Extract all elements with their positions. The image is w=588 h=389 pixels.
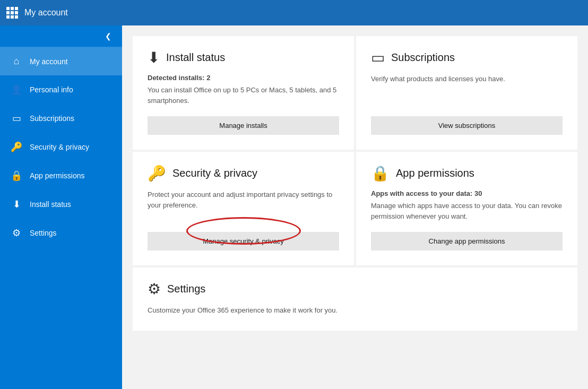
settings-desc: Customize your Office 365 experience to …	[148, 305, 563, 316]
sidebar-label-app-permissions: App permissions	[30, 171, 85, 180]
sidebar-item-subscriptions[interactable]: ▭ Subscriptions	[0, 104, 122, 133]
install-status-subtitle: Detected installs: 2	[148, 74, 339, 82]
sidebar-label-my-account: My account	[30, 57, 68, 66]
install-status-card-icon: ⬇	[148, 49, 160, 66]
settings-card-icon: ⚙	[148, 280, 161, 298]
app-permissions-subtitle: Apps with access to your data: 30	[371, 189, 563, 197]
change-app-permissions-button[interactable]: Change app permissions	[371, 232, 563, 250]
install-status-card-title: Install status	[166, 51, 225, 64]
download-icon: ⬇	[11, 198, 22, 210]
grid-menu-icon[interactable]	[6, 7, 18, 19]
settings-section: ⚙ Settings Customize your Office 365 exp…	[133, 267, 577, 331]
security-privacy-card: 🔑 Security & privacy Protect your accoun…	[133, 152, 354, 265]
sidebar: ❮ ⌂ My account 👤 Personal info ▭ Subscri…	[0, 25, 122, 389]
sidebar-label-subscriptions: Subscriptions	[30, 114, 74, 123]
topbar: My account	[0, 0, 588, 25]
layout: ❮ ⌂ My account 👤 Personal info ▭ Subscri…	[0, 25, 588, 389]
sidebar-label-security-privacy: Security & privacy	[30, 143, 89, 151]
sidebar-label-install-status: Install status	[30, 200, 71, 209]
manage-installs-button[interactable]: Manage installs	[148, 116, 339, 135]
sidebar-item-my-account[interactable]: ⌂ My account	[0, 47, 122, 75]
security-privacy-desc: Protect your account and adjust importan…	[148, 189, 339, 221]
settings-header: ⚙ Settings	[148, 280, 563, 298]
install-status-desc: You can install Office on up to 5 PCs or…	[148, 85, 339, 106]
key-icon: 🔑	[11, 141, 22, 153]
lock-icon: 🔒	[11, 170, 22, 181]
cards-grid: ⬇ Install status Detected installs: 2 Yo…	[133, 36, 577, 265]
security-privacy-card-title: Security & privacy	[172, 167, 257, 179]
sidebar-collapse-area: ❮	[0, 25, 122, 47]
person-icon: 👤	[11, 84, 22, 96]
subscriptions-desc: Verify what products and licenses you ha…	[371, 74, 563, 106]
sidebar-item-security-privacy[interactable]: 🔑 Security & privacy	[0, 133, 122, 161]
subscriptions-card-icon: ▭	[371, 49, 385, 66]
security-privacy-header: 🔑 Security & privacy	[148, 165, 339, 182]
app-permissions-desc: Manage which apps have access to your da…	[371, 201, 563, 221]
sidebar-item-personal-info[interactable]: 👤 Personal info	[0, 75, 122, 104]
sidebar-item-settings[interactable]: ⚙ Settings	[0, 219, 122, 247]
collapse-button[interactable]: ❮	[101, 30, 116, 42]
sidebar-label-settings: Settings	[30, 229, 57, 237]
install-status-card: ⬇ Install status Detected installs: 2 Yo…	[133, 36, 354, 150]
subscriptions-card: ▭ Subscriptions Verify what products and…	[356, 36, 577, 150]
sidebar-item-app-permissions[interactable]: 🔒 App permissions	[0, 161, 122, 190]
manage-security-privacy-button[interactable]: Manage security & privacy	[148, 232, 339, 250]
app-permissions-header: 🔒 App permissions	[371, 165, 563, 182]
view-subscriptions-button[interactable]: View subscriptions	[371, 116, 563, 135]
sidebar-label-personal-info: Personal info	[30, 85, 73, 94]
main-content: ⬇ Install status Detected installs: 2 Yo…	[122, 25, 588, 389]
topbar-title: My account	[24, 8, 68, 18]
manage-security-btn-wrapper: Manage security & privacy	[148, 221, 339, 250]
settings-card: ⚙ Settings Customize your Office 365 exp…	[133, 267, 577, 331]
subscriptions-icon: ▭	[11, 113, 22, 124]
install-status-header: ⬇ Install status	[148, 49, 339, 66]
sidebar-item-install-status[interactable]: ⬇ Install status	[0, 190, 122, 219]
home-icon: ⌂	[11, 56, 22, 67]
subscriptions-card-title: Subscriptions	[391, 51, 455, 64]
app-permissions-card: 🔒 App permissions Apps with access to yo…	[356, 152, 577, 265]
app-permissions-card-icon: 🔒	[371, 165, 390, 182]
security-privacy-card-icon: 🔑	[148, 165, 166, 182]
app-permissions-card-title: App permissions	[396, 167, 474, 179]
settings-icon: ⚙	[11, 227, 22, 239]
subscriptions-header: ▭ Subscriptions	[371, 49, 563, 66]
settings-card-title: Settings	[167, 283, 205, 295]
